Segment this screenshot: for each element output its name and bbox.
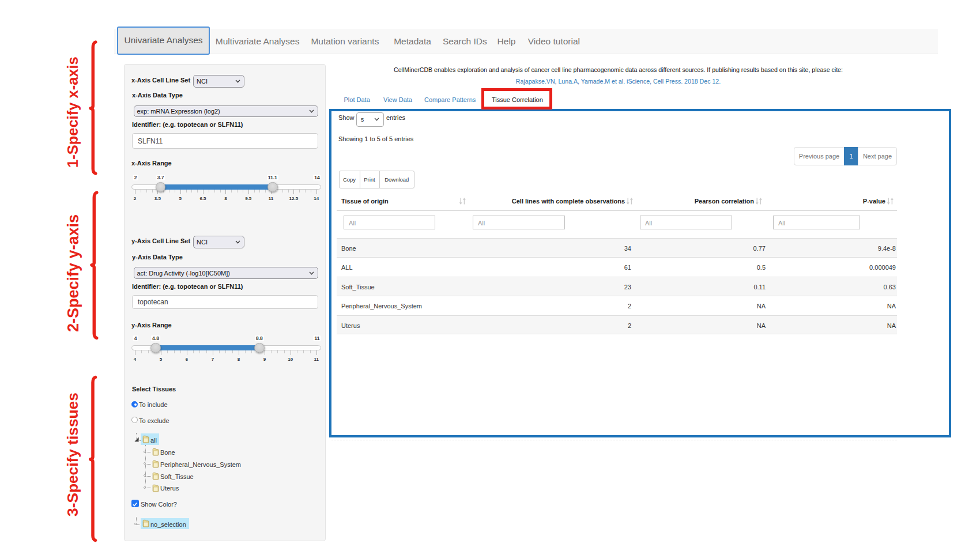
svg-text:2-Specify y-axis: 2-Specify y-axis <box>65 214 82 332</box>
svg-text:1-Specify x-axis: 1-Specify x-axis <box>65 56 81 168</box>
svg-text:3-Specify tissues: 3-Specify tissues <box>64 393 81 516</box>
